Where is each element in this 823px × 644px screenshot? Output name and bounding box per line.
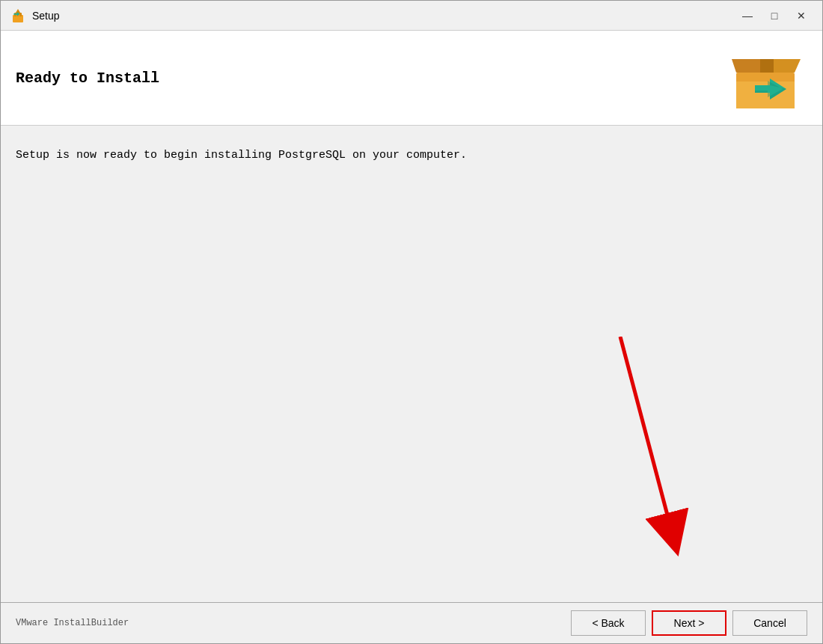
page-title: Ready to Install	[16, 70, 159, 87]
close-button[interactable]: ✕	[789, 7, 813, 25]
restore-button[interactable]: □	[762, 7, 786, 25]
content-area: Setup is now ready to begin installing P…	[1, 126, 822, 602]
svg-line-13	[620, 337, 673, 535]
app-icon	[10, 7, 26, 24]
back-button[interactable]: < Back	[571, 610, 646, 636]
footer-area: VMware InstallBuilder < Back Next > Canc…	[1, 602, 822, 643]
window-controls: — □ ✕	[735, 7, 813, 25]
window-title: Setup	[32, 10, 735, 22]
setup-window: Setup — □ ✕ Ready to Install S	[0, 0, 823, 644]
next-button[interactable]: Next >	[652, 610, 726, 636]
svg-marker-2	[16, 9, 20, 13]
cancel-button[interactable]: Cancel	[732, 610, 807, 636]
annotation-arrow-icon	[575, 337, 725, 561]
footer-buttons: < Back Next > Cancel	[571, 610, 807, 636]
header-section: Ready to Install	[1, 31, 822, 126]
box-illustration-icon	[725, 44, 807, 111]
minimize-button[interactable]: —	[735, 7, 759, 25]
brand-text: VMware InstallBuilder	[16, 618, 129, 628]
svg-rect-9	[760, 59, 774, 73]
svg-marker-7	[732, 59, 765, 73]
description-text: Setup is now ready to begin installing P…	[16, 147, 807, 165]
title-bar: Setup — □ ✕	[1, 1, 822, 31]
